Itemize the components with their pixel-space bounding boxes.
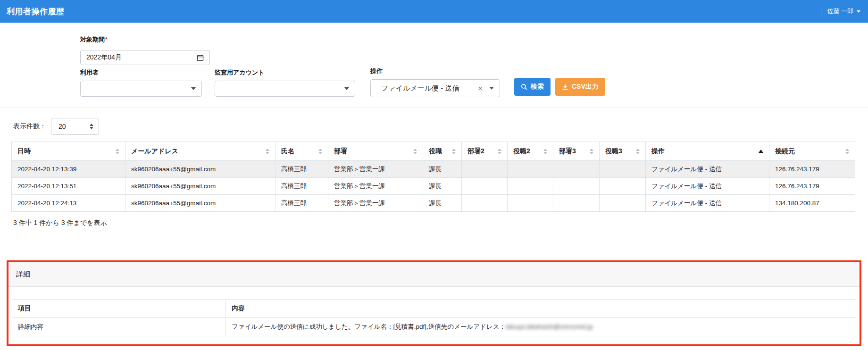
chevron-down-icon bbox=[489, 87, 494, 90]
column-header-department[interactable]: 部署 bbox=[328, 142, 423, 161]
chevron-down-icon bbox=[191, 87, 196, 90]
table-row[interactable]: 2022-04-20 12:13:51 sk960206aaa+55@gmail… bbox=[12, 178, 855, 195]
period-month-input[interactable]: 2022年04月 bbox=[80, 50, 210, 65]
page-size-control: 表示件数： 20 bbox=[13, 118, 99, 135]
table-cell: ファイルメール便 - 送信 bbox=[646, 161, 769, 178]
sort-icon[interactable] bbox=[845, 149, 849, 154]
detail-row: 詳細内容 ファイルメール便の送信に成功しました。ファイル名：[見積書.pdf],… bbox=[12, 318, 856, 336]
table-cell bbox=[553, 195, 600, 212]
table-cell: ファイルメール便 - 送信 bbox=[646, 178, 769, 195]
app-header: 利用者操作履歴 佐藤 一郎 bbox=[0, 0, 868, 23]
column-header-department3[interactable]: 部署3 bbox=[553, 142, 600, 161]
audit-account-field: 監査用アカウント bbox=[215, 68, 355, 97]
detail-column-content: 内容 bbox=[226, 300, 856, 318]
csv-export-button[interactable]: CSV出力 bbox=[555, 78, 605, 96]
detail-item-cell: 詳細内容 bbox=[12, 318, 226, 336]
table-cell bbox=[600, 178, 646, 195]
column-header-role[interactable]: 役職 bbox=[423, 142, 462, 161]
audit-account-label: 監査用アカウント bbox=[215, 68, 355, 77]
page-title: 利用者操作履歴 bbox=[7, 6, 65, 17]
clear-selection-icon[interactable]: × bbox=[478, 84, 483, 92]
detail-content-cell: ファイルメール便の送信に成功しました。ファイル名：[見積書.pdf],送信先のメ… bbox=[226, 318, 856, 336]
section-divider bbox=[0, 108, 868, 108]
table-cell: sk960206aaa+55@gmail.com bbox=[125, 195, 275, 212]
download-icon bbox=[562, 83, 568, 90]
table-cell: ファイルメール便 - 送信 bbox=[646, 195, 769, 212]
period-value: 2022年04月 bbox=[86, 53, 122, 62]
sort-icon[interactable] bbox=[498, 149, 501, 154]
table-row[interactable]: 2022-04-20 12:24:13 sk960206aaa+55@gmail… bbox=[12, 195, 855, 212]
select-stepper-icon bbox=[90, 124, 93, 129]
table-cell bbox=[553, 178, 600, 195]
sort-icon[interactable] bbox=[590, 149, 593, 154]
detail-annotation-box: 詳細 項目 内容 詳細内容 ファイルメール便の送信に成功しました。ファイル名：[… bbox=[7, 260, 861, 346]
table-cell: 高橋三郎 bbox=[275, 178, 328, 195]
table-cell: 課長 bbox=[423, 178, 462, 195]
detail-table: 項目 内容 詳細内容 ファイルメール便の送信に成功しました。ファイル名：[見積書… bbox=[12, 299, 856, 336]
chevron-down-icon bbox=[857, 10, 860, 13]
detail-header-row: 項目 内容 bbox=[12, 300, 856, 318]
table-cell: 126.76.243.179 bbox=[769, 161, 855, 178]
column-header-department2[interactable]: 部署2 bbox=[462, 142, 508, 161]
table-cell bbox=[462, 161, 508, 178]
operation-select[interactable]: ファイルメール便 - 送信 × bbox=[370, 79, 500, 97]
period-label: 対象期間* bbox=[80, 35, 210, 44]
table-cell: 2022-04-20 12:24:13 bbox=[12, 195, 125, 212]
column-header-source-ip[interactable]: 接続元 bbox=[769, 142, 855, 161]
table-cell bbox=[508, 161, 553, 178]
table-cell bbox=[600, 195, 646, 212]
column-header-role2[interactable]: 役職2 bbox=[508, 142, 553, 161]
user-filter-label: 利用者 bbox=[80, 68, 202, 77]
search-icon bbox=[521, 83, 527, 90]
operation-field: 操作 ファイルメール便 - 送信 × bbox=[370, 67, 500, 97]
result-count-text: 3 件中 1 件から 3 件までを表示 bbox=[13, 219, 107, 227]
chevron-down-icon bbox=[344, 87, 349, 90]
table-cell: 課長 bbox=[423, 161, 462, 178]
required-asterisk: * bbox=[105, 36, 108, 43]
table-header-row: 日時 メールアドレス 氏名 部署 役職 部署2 役職2 部署3 役職3 操作 接… bbox=[12, 142, 855, 161]
page-size-select[interactable]: 20 bbox=[51, 118, 99, 135]
table-cell bbox=[508, 178, 553, 195]
sort-icon[interactable] bbox=[543, 149, 547, 154]
period-field: 対象期間* 2022年04月 bbox=[80, 35, 210, 65]
sort-icon[interactable] bbox=[318, 149, 322, 154]
table-row[interactable]: 2022-04-20 12:13:39 sk960206aaa+55@gmail… bbox=[12, 161, 855, 178]
table-cell bbox=[508, 195, 553, 212]
sort-icon[interactable] bbox=[452, 149, 456, 154]
audit-account-select[interactable] bbox=[215, 81, 355, 97]
table-cell: 134.180.200.87 bbox=[769, 195, 855, 212]
sort-icon[interactable] bbox=[266, 149, 269, 154]
sort-icon[interactable] bbox=[636, 149, 640, 154]
table-cell: 高橋三郎 bbox=[275, 195, 328, 212]
table-cell: 2022-04-20 12:13:39 bbox=[12, 161, 125, 178]
user-name: 佐藤 一郎 bbox=[827, 7, 853, 16]
user-filter-field: 利用者 bbox=[80, 68, 202, 97]
sort-icon[interactable] bbox=[413, 149, 417, 154]
search-button[interactable]: 検索 bbox=[514, 78, 551, 96]
detail-content-text: ファイルメール便の送信に成功しました。ファイル名：[見積書.pdf],送信先のメ… bbox=[232, 323, 506, 330]
table-cell bbox=[462, 178, 508, 195]
table-cell: sk960206aaa+55@gmail.com bbox=[125, 161, 275, 178]
filter-actions: 検索 CSV出力 bbox=[514, 78, 605, 96]
table-cell: 126.76.243.179 bbox=[769, 178, 855, 195]
detail-column-item: 項目 bbox=[12, 300, 226, 318]
page-size-value: 20 bbox=[58, 123, 66, 130]
user-filter-select[interactable] bbox=[80, 81, 202, 97]
column-header-operation[interactable]: 操作 bbox=[646, 142, 769, 161]
sort-ascending-icon[interactable] bbox=[759, 150, 763, 153]
table-cell: 課長 bbox=[423, 195, 462, 212]
table-cell bbox=[462, 195, 508, 212]
sort-icon[interactable] bbox=[116, 149, 119, 154]
column-header-email[interactable]: メールアドレス bbox=[125, 142, 275, 161]
column-header-name[interactable]: 氏名 bbox=[275, 142, 328, 161]
calendar-icon[interactable] bbox=[197, 54, 204, 61]
column-header-datetime[interactable]: 日時 bbox=[12, 142, 125, 161]
table-cell bbox=[600, 161, 646, 178]
user-menu[interactable]: 佐藤 一郎 bbox=[821, 6, 860, 17]
table-cell bbox=[553, 161, 600, 178]
column-header-role3[interactable]: 役職3 bbox=[600, 142, 646, 161]
operation-value: ファイルメール便 - 送信 bbox=[381, 84, 459, 93]
table-cell: 営業部＞営業一課 bbox=[328, 178, 423, 195]
detail-panel-body: 項目 内容 詳細内容 ファイルメール便の送信に成功しました。ファイル名：[見積書… bbox=[8, 287, 860, 336]
operation-label: 操作 bbox=[370, 67, 500, 75]
